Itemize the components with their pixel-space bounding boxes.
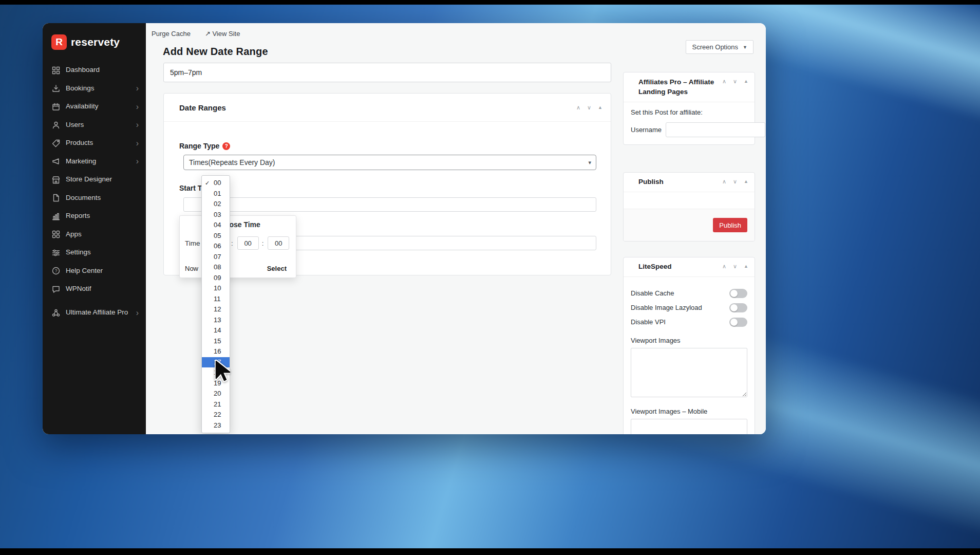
sidebar-item-dashboard[interactable]: Dashboard — [43, 61, 146, 80]
order-down-icon[interactable]: ∨ — [733, 179, 737, 184]
chat-bubble-icon — [51, 285, 60, 293]
publish-box-header[interactable]: Publish ∧ ∨ ▲ — [624, 173, 755, 192]
hour-option[interactable]: 11 — [202, 294, 230, 305]
hour-option[interactable]: 06 — [202, 241, 230, 252]
hour-option[interactable]: 05 — [202, 231, 230, 242]
collapse-toggle-icon[interactable]: ▲ — [744, 79, 748, 84]
date-ranges-panel: Date Ranges ∧ ∨ ▲ Range Type ? Times(Rep… — [163, 93, 611, 275]
hour-option[interactable]: ✓ 00 — [202, 178, 230, 189]
sidebar-item-reports[interactable]: Reports — [43, 207, 146, 226]
sidebar-item-wpnotif[interactable]: WPNotif — [43, 280, 146, 299]
disable-lazyload-toggle[interactable] — [729, 303, 747, 312]
hour-option-label: 03 — [214, 211, 221, 218]
sidebar-item-store-designer[interactable]: Store Designer — [43, 171, 146, 189]
minute-input[interactable] — [237, 236, 259, 250]
hour-option[interactable]: 02 — [202, 199, 230, 210]
viewport-images-mobile-textarea[interactable] — [631, 419, 747, 435]
sidebar-item-label: Products — [66, 139, 133, 147]
apps-grid-icon — [51, 230, 60, 238]
hour-dropdown-list[interactable]: ✓ 00 01 02 03 04 05 — [201, 175, 230, 433]
hour-option[interactable]: 20 — [202, 388, 230, 399]
page-title: Add New Date Range — [163, 46, 268, 58]
hour-option[interactable]: 22 — [202, 410, 230, 420]
order-up-icon[interactable]: ∧ — [722, 264, 726, 269]
hour-option[interactable]: 14 — [202, 325, 230, 336]
colon-separator: : — [262, 239, 264, 247]
username-input[interactable] — [666, 122, 765, 137]
collapse-toggle-icon[interactable]: ▲ — [598, 105, 602, 110]
hour-option-label: 08 — [214, 263, 221, 271]
hour-option-label: 13 — [214, 316, 221, 324]
box-controls: ∧ ∨ ▲ — [722, 179, 748, 184]
sidebar-item-ultimate-affiliate-pro[interactable]: Ultimate Affiliate Pro › — [43, 299, 146, 327]
affiliates-box-header[interactable]: Affiliates Pro – Affiliate Landing Pages… — [624, 72, 755, 102]
chevron-down-icon: ▾ — [588, 159, 591, 166]
hour-option-label: 07 — [214, 253, 221, 261]
sidebar-item-label: Reports — [66, 212, 139, 220]
order-down-icon[interactable]: ∨ — [733, 264, 737, 269]
order-down-icon[interactable]: ∨ — [587, 105, 591, 110]
hour-option[interactable]: 09 — [202, 273, 230, 284]
disable-cache-toggle[interactable] — [729, 289, 747, 298]
range-type-select[interactable]: Times(Repeats Every Day) ▾ — [183, 155, 596, 170]
hour-option[interactable]: 10 — [202, 283, 230, 294]
sidebar-item-products[interactable]: Products › — [43, 134, 146, 153]
sidebar-item-marketing[interactable]: Marketing › — [43, 153, 146, 171]
sidebar-item-label: Marketing — [66, 157, 133, 166]
date-ranges-panel-header[interactable]: Date Ranges ∧ ∨ ▲ — [164, 94, 611, 122]
second-input[interactable] — [268, 236, 289, 250]
sidebar-item-users[interactable]: Users › — [43, 116, 146, 135]
sidebar-item-settings[interactable]: Settings — [43, 244, 146, 262]
publish-box: Publish ∧ ∨ ▲ Publish — [623, 172, 755, 242]
disable-cache-row: Disable Cache — [631, 286, 747, 301]
collapse-toggle-icon[interactable]: ▲ — [744, 179, 748, 184]
hour-option[interactable]: 12 — [202, 304, 230, 315]
post-title-input[interactable] — [163, 63, 611, 82]
help-circle-icon: ? — [51, 267, 60, 275]
order-up-icon[interactable]: ∧ — [722, 79, 726, 84]
litespeed-box: LiteSpeed ∧ ∨ ▲ Disable Cache Disable Im… — [623, 257, 755, 434]
sidebar-item-apps[interactable]: Apps — [43, 226, 146, 244]
hour-option[interactable]: 16 — [202, 346, 230, 357]
sidebar-item-documents[interactable]: Documents — [43, 189, 146, 208]
publish-actions-area: Publish — [624, 209, 755, 241]
sidebar-item-availability[interactable]: Availability › — [43, 98, 146, 116]
order-up-icon[interactable]: ∧ — [722, 179, 726, 184]
hour-option-label: 14 — [214, 326, 221, 334]
screen-options-button[interactable]: Screen Options ▼ — [686, 40, 753, 54]
hour-option[interactable]: 21 — [202, 399, 230, 410]
letterbox-bar-bottom — [0, 548, 980, 555]
hour-option[interactable]: 04 — [202, 220, 230, 231]
hour-option[interactable]: 15 — [202, 336, 230, 347]
hour-option-label: 02 — [214, 200, 221, 208]
sidebar-menu: Dashboard Bookings › Availability › — [43, 61, 146, 327]
hour-option[interactable]: 03 — [202, 210, 230, 220]
hour-option[interactable]: 13 — [202, 315, 230, 326]
sidebar-item-label: Users — [66, 121, 133, 130]
collapse-toggle-icon[interactable]: ▲ — [744, 264, 748, 269]
reservety-logo[interactable]: R reservety — [43, 23, 146, 50]
hour-option-label: 10 — [214, 284, 221, 292]
hour-option-label: 01 — [214, 190, 221, 197]
order-down-icon[interactable]: ∨ — [733, 79, 737, 84]
username-row: Username — [631, 122, 747, 137]
select-button[interactable]: Select — [267, 265, 287, 272]
view-site-link[interactable]: ↗ View Site — [205, 30, 240, 38]
hour-option[interactable]: 23 — [202, 420, 230, 431]
now-button[interactable]: Now — [185, 265, 198, 272]
sidebar-item-help-center[interactable]: ? Help Center — [43, 262, 146, 281]
hour-option[interactable]: 08 — [202, 262, 230, 273]
hour-option[interactable]: 01 — [202, 189, 230, 199]
publish-button[interactable]: Publish — [713, 218, 747, 232]
viewport-images-label: Viewport Images — [631, 337, 747, 344]
hour-option[interactable]: 07 — [202, 252, 230, 263]
purge-cache-link[interactable]: Purge Cache — [152, 30, 191, 38]
litespeed-box-header[interactable]: LiteSpeed ∧ ∨ ▲ — [624, 257, 755, 276]
chevron-right-icon: › — [136, 309, 139, 317]
order-up-icon[interactable]: ∧ — [576, 105, 580, 110]
sidebar-item-bookings[interactable]: Bookings › — [43, 80, 146, 98]
start-time-input[interactable] — [183, 197, 596, 212]
viewport-images-textarea[interactable] — [631, 348, 747, 397]
help-icon[interactable]: ? — [222, 142, 230, 150]
disable-vpi-toggle[interactable] — [729, 318, 747, 327]
